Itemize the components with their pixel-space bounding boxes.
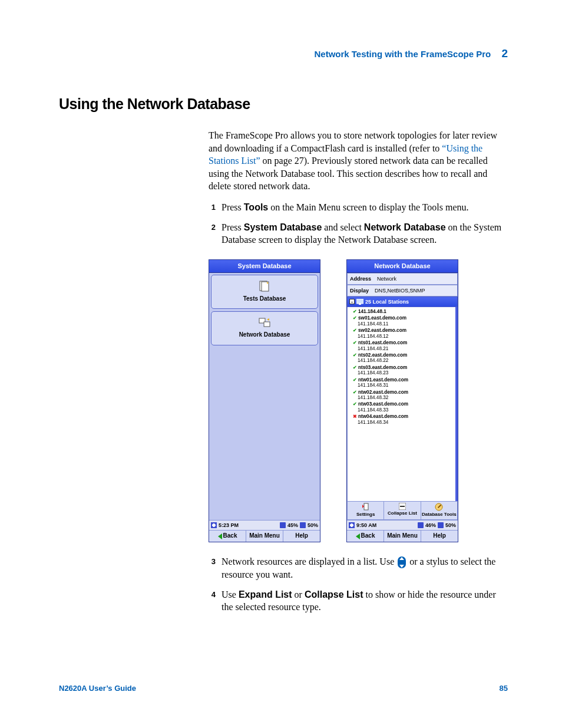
station-host: ✖ntw04.east.demo.com: [353, 414, 454, 419]
station-ip: 141.184.48.22: [358, 358, 454, 363]
back-button[interactable]: Back: [209, 531, 246, 542]
battery-pct: 46%: [425, 522, 436, 529]
status-bar: 9:50 AM 46% 50%: [347, 520, 458, 530]
station-item[interactable]: ✖ntw04.east.demo.com141.184.48.34: [353, 414, 454, 425]
check-icon: ✔: [353, 315, 357, 321]
section-title: Using the Network Database: [59, 95, 508, 113]
step-2-number: 2: [209, 221, 222, 246]
address-row[interactable]: Address Network: [347, 273, 458, 285]
station-ip: 141.184.48.32: [358, 395, 454, 400]
station-host: ✔sw01.east.demo.com: [353, 315, 454, 321]
station-item[interactable]: ✔nts02.east.demo.com141.184.48.22: [353, 353, 454, 364]
document-icon: [259, 281, 270, 292]
station-ip: 141.184.48.31: [358, 383, 454, 388]
system-database-screen: System Database Tests Database Network D…: [209, 259, 320, 542]
footer-guide-title: N2620A User’s Guide: [59, 684, 136, 693]
network-database-screen: Network Database Address Network Display…: [346, 259, 458, 542]
station-host: ✔sw02.east.demo.com: [353, 328, 454, 333]
station-host: ✔141.184.48.1: [353, 309, 454, 314]
display-row[interactable]: Display DNS,NetBIOS,SNMP: [347, 285, 458, 297]
tests-database-button[interactable]: Tests Database: [211, 275, 318, 309]
device-screenshots: System Database Tests Database Network D…: [209, 259, 508, 542]
back-button[interactable]: Back: [347, 531, 384, 542]
status-bar: 5:23 PM 45% 50%: [209, 520, 320, 530]
check-icon: ✔: [353, 401, 357, 407]
stations-tree[interactable]: ✔141.184.48.1✔sw01.east.demo.com141.184.…: [347, 307, 458, 501]
x-icon: ✖: [353, 414, 357, 419]
main-menu-button[interactable]: Main Menu: [246, 531, 283, 542]
disk-pct: 50%: [445, 522, 456, 529]
station-item[interactable]: ✔141.184.48.1: [353, 309, 454, 314]
chapter-number: 2: [501, 47, 508, 60]
step-1: 1 Press Tools on the Main Menu screen to…: [209, 201, 508, 214]
check-icon: ✔: [353, 328, 357, 333]
minus-box-icon: [399, 503, 406, 510]
help-button[interactable]: Help: [421, 531, 458, 542]
svg-rect-4: [264, 322, 270, 327]
main-menu-button[interactable]: Main Menu: [384, 531, 421, 542]
step-3: 3 Network resources are displayed in a l…: [209, 555, 508, 581]
station-item[interactable]: ✔ntw02.east.demo.com141.184.48.32: [353, 390, 454, 401]
disk-icon: [438, 522, 444, 528]
station-item[interactable]: ✔nts03.east.demo.com141.184.48.23: [353, 365, 454, 376]
step-2: 2 Press System Database and select Netwo…: [209, 221, 508, 246]
battery-icon: [418, 522, 424, 528]
check-icon: ✔: [353, 377, 357, 383]
database-tools-button[interactable]: Database Tools: [421, 502, 457, 519]
settings-icon: [362, 503, 370, 511]
collapse-icon: -: [349, 299, 355, 304]
screen-title: System Database: [209, 260, 320, 273]
station-ip: 141.184.48.34: [358, 420, 454, 425]
step-4-number: 4: [209, 588, 222, 614]
station-item[interactable]: ✔sw02.east.demo.com141.184.48.12: [353, 328, 454, 339]
page-header: Network Testing with the FrameScope Pro …: [59, 47, 508, 60]
svg-rect-7: [364, 503, 368, 510]
clock-icon: [349, 522, 355, 528]
station-item[interactable]: ✔ntw03.east.demo.com141.184.48.33: [353, 401, 454, 413]
station-ip: 141.184.48.12: [358, 334, 454, 339]
station-host: ✔nts02.east.demo.com: [353, 353, 454, 358]
station-host: ✔nts03.east.demo.com: [353, 365, 454, 370]
station-item[interactable]: ✔nts01.east.demo.com141.184.48.21: [353, 340, 454, 351]
battery-icon: [280, 522, 286, 528]
page-footer: N2620A User’s Guide 85: [59, 684, 508, 693]
check-icon: ✔: [353, 309, 357, 314]
intro-paragraph: The FrameScope Pro allows you to store n…: [209, 129, 508, 193]
footer-page-number: 85: [500, 684, 508, 693]
network-icon: [259, 318, 270, 328]
help-button[interactable]: Help: [283, 531, 320, 542]
time-label: 9:50 AM: [356, 522, 376, 529]
back-arrow-icon: [218, 533, 222, 539]
network-database-button[interactable]: Network Database: [211, 311, 318, 345]
check-icon: ✔: [353, 390, 357, 395]
collapse-list-button[interactable]: Collapse List: [384, 502, 421, 519]
screen-title: Network Database: [347, 260, 458, 273]
check-icon: ✔: [353, 365, 357, 370]
step-4: 4 Use Expand List or Collapse List to sh…: [209, 588, 508, 614]
step-1-number: 1: [209, 201, 222, 214]
nav-rocker-icon: [398, 556, 406, 568]
monitor-icon: [356, 299, 363, 305]
header-title: Network Testing with the FrameScope Pro: [314, 49, 491, 59]
time-label: 5:23 PM: [219, 522, 239, 529]
check-icon: ✔: [353, 353, 357, 358]
svg-rect-5: [356, 299, 363, 304]
disk-pct: 50%: [308, 522, 318, 529]
station-host: ✔nts01.east.demo.com: [353, 340, 454, 345]
clock-icon: [211, 522, 217, 528]
check-icon: ✔: [353, 340, 357, 345]
station-ip: 141.184.48.33: [358, 407, 454, 413]
tools-icon: [435, 503, 443, 511]
station-ip: 141.184.48.11: [358, 321, 454, 327]
station-ip: 141.184.48.23: [358, 370, 454, 375]
disk-icon: [300, 522, 306, 528]
station-host: ✔ntw02.east.demo.com: [353, 390, 454, 395]
station-ip: 141.184.48.21: [358, 346, 454, 351]
settings-button[interactable]: Settings: [348, 502, 384, 519]
station-item[interactable]: ✔sw01.east.demo.com141.184.48.11: [353, 315, 454, 327]
svg-rect-9: [400, 506, 405, 507]
tree-header[interactable]: - 25 Local Stations: [347, 297, 458, 307]
station-host: ✔ntw01.east.demo.com: [353, 377, 454, 383]
station-item[interactable]: ✔ntw01.east.demo.com141.184.48.31: [353, 377, 454, 388]
step-3-number: 3: [209, 555, 222, 581]
